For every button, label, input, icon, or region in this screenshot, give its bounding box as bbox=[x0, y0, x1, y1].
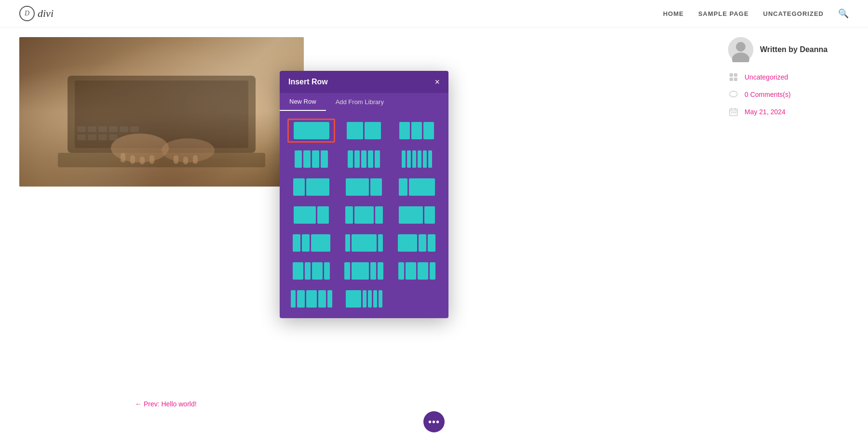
layout-6col[interactable] bbox=[393, 148, 441, 171]
calendar-icon bbox=[728, 107, 739, 117]
layout-3-1b[interactable] bbox=[393, 231, 441, 255]
date-text: May 21, 2024 bbox=[745, 108, 786, 116]
nav-uncategorized[interactable]: UNCATEGORIZED bbox=[763, 10, 824, 17]
layout-grid bbox=[287, 119, 441, 310]
layout-5col[interactable] bbox=[340, 148, 388, 171]
logo-icon: D bbox=[19, 6, 35, 21]
search-icon[interactable]: 🔍 bbox=[838, 8, 849, 19]
layout-2-1[interactable] bbox=[340, 175, 388, 199]
author-section: Written by Deanna bbox=[728, 37, 854, 62]
layout-1-1-3[interactable] bbox=[287, 231, 335, 255]
svg-rect-15 bbox=[109, 126, 118, 132]
layout-4col-b[interactable] bbox=[340, 259, 388, 282]
svg-point-29 bbox=[730, 91, 737, 97]
svg-rect-19 bbox=[88, 134, 96, 140]
grid-icon bbox=[728, 72, 739, 82]
svg-rect-20 bbox=[98, 134, 107, 140]
layout-3-1[interactable] bbox=[287, 203, 335, 227]
svg-rect-21 bbox=[109, 134, 118, 140]
svg-rect-12 bbox=[77, 126, 86, 132]
nav-links: HOME SAMPLE PAGE UNCATEGORIZED 🔍 bbox=[663, 8, 849, 19]
svg-rect-14 bbox=[98, 126, 107, 132]
svg-rect-35 bbox=[733, 112, 734, 113]
navigation: D divi HOME SAMPLE PAGE UNCATEGORIZED 🔍 bbox=[0, 0, 868, 27]
modal-tabs: New Row Add From Library bbox=[280, 93, 448, 111]
layout-1col[interactable] bbox=[287, 119, 335, 143]
layout-2col[interactable] bbox=[340, 119, 388, 143]
svg-rect-9 bbox=[174, 155, 178, 164]
modal-close-button[interactable]: × bbox=[434, 78, 440, 86]
layout-3-1a[interactable] bbox=[393, 203, 441, 227]
layout-1-3[interactable] bbox=[393, 175, 441, 199]
site-logo[interactable]: D divi bbox=[19, 6, 54, 21]
svg-rect-34 bbox=[731, 112, 732, 113]
floating-dots-button[interactable]: ••• bbox=[423, 411, 445, 432]
layout-5col-a[interactable] bbox=[287, 287, 335, 310]
svg-rect-25 bbox=[730, 73, 733, 77]
tab-new-row[interactable]: New Row bbox=[280, 93, 326, 111]
date-meta: May 21, 2024 bbox=[728, 107, 854, 117]
svg-rect-18 bbox=[77, 134, 86, 140]
category-meta: Uncategorized bbox=[728, 72, 854, 82]
avatar bbox=[728, 37, 753, 62]
svg-rect-13 bbox=[88, 126, 96, 132]
comments-meta: 0 Comments(s) bbox=[728, 89, 854, 100]
svg-point-3 bbox=[111, 134, 169, 162]
layout-1-2-1b[interactable] bbox=[340, 231, 388, 255]
layout-3col[interactable] bbox=[393, 119, 441, 143]
sidebar: Written by Deanna Uncategorized 0 Co bbox=[714, 27, 868, 442]
footer-nav: ← Prev: Hello world! bbox=[135, 400, 197, 408]
modal-header: Insert Row × bbox=[280, 71, 448, 93]
layout-4col-c[interactable] bbox=[393, 259, 441, 282]
modal-body bbox=[280, 111, 448, 318]
layout-4col-a[interactable] bbox=[287, 259, 335, 282]
comments-text[interactable]: 0 Comments(s) bbox=[745, 91, 791, 98]
svg-rect-8 bbox=[149, 155, 154, 164]
author-name: Written by Deanna bbox=[760, 45, 827, 54]
post-image bbox=[19, 37, 304, 187]
svg-rect-10 bbox=[183, 157, 188, 164]
svg-rect-7 bbox=[140, 157, 145, 164]
svg-rect-16 bbox=[120, 126, 128, 132]
svg-point-4 bbox=[162, 138, 215, 162]
category-text[interactable]: Uncategorized bbox=[745, 73, 788, 81]
tab-add-from-library[interactable]: Add From Library bbox=[326, 93, 393, 111]
modal-title: Insert Row bbox=[288, 78, 328, 86]
svg-rect-27 bbox=[730, 78, 733, 81]
svg-rect-5 bbox=[121, 153, 125, 162]
svg-rect-28 bbox=[734, 78, 737, 81]
svg-point-23 bbox=[736, 42, 746, 52]
insert-row-modal: Insert Row × New Row Add From Library bbox=[280, 71, 448, 318]
svg-rect-11 bbox=[193, 155, 198, 164]
svg-rect-36 bbox=[735, 112, 736, 113]
svg-rect-26 bbox=[734, 73, 737, 77]
layout-1-2[interactable] bbox=[287, 175, 335, 199]
dots-icon: ••• bbox=[428, 416, 440, 428]
layout-1-2-1a[interactable] bbox=[340, 203, 388, 227]
layout-5col-b[interactable] bbox=[340, 287, 388, 310]
logo-text: divi bbox=[38, 7, 54, 20]
svg-rect-17 bbox=[130, 126, 139, 132]
layout-4col[interactable] bbox=[287, 148, 335, 171]
nav-home[interactable]: HOME bbox=[663, 10, 684, 17]
prev-post-link[interactable]: ← Prev: Hello world! bbox=[135, 400, 197, 408]
svg-rect-6 bbox=[130, 155, 135, 164]
nav-sample-page[interactable]: SAMPLE PAGE bbox=[698, 10, 749, 17]
comment-icon bbox=[728, 89, 739, 100]
